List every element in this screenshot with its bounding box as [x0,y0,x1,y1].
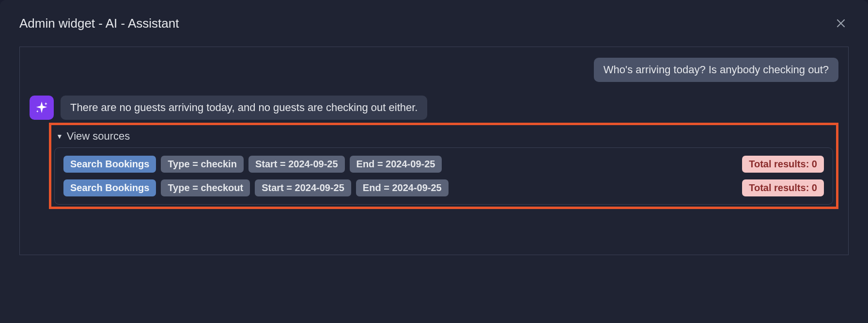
source-row-left: Search Bookings Type = checkin Start = 2… [63,156,737,173]
modal-header: Admin widget - AI - Assistant [0,0,868,47]
source-param-chip: Start = 2024-09-25 [248,156,345,173]
source-result-chip: Total results: 0 [742,156,824,173]
close-button[interactable] [833,16,849,31]
source-action-chip[interactable]: Search Bookings [63,156,156,173]
modal-title: Admin widget - AI - Assistant [19,16,179,31]
modal-body: Who's arriving today? Is anybody checkin… [0,47,868,255]
chat-container: Who's arriving today? Is anybody checkin… [19,47,849,255]
source-result-chip: Total results: 0 [742,179,824,196]
close-icon [835,17,847,29]
sources-panel: Search Bookings Type = checkin Start = 2… [54,147,833,205]
sparkle-icon [34,100,49,115]
disclosure-triangle-icon: ▼ [56,132,63,140]
source-action-chip[interactable]: Search Bookings [63,179,156,196]
source-param-chip: End = 2024-09-25 [356,179,449,196]
source-param-chip: Type = checkin [161,156,243,173]
view-sources-toggle[interactable]: ▼ View sources [54,127,833,147]
source-row-left: Search Bookings Type = checkout Start = … [63,179,737,196]
user-message: Who's arriving today? Is anybody checkin… [594,58,838,82]
highlight-annotation: ▼ View sources Search Bookings Type = ch… [49,123,838,209]
source-row: Search Bookings Type = checkin Start = 2… [63,156,824,173]
view-sources-label: View sources [67,130,130,143]
source-row: Search Bookings Type = checkout Start = … [63,179,824,196]
modal: Admin widget - AI - Assistant Who's arri… [0,0,868,323]
source-param-chip: Start = 2024-09-25 [255,179,351,196]
assistant-content: There are no guests arriving today, and … [61,96,838,123]
source-param-chip: End = 2024-09-25 [350,156,442,173]
user-message-row: Who's arriving today? Is anybody checkin… [30,58,838,82]
assistant-row: There are no guests arriving today, and … [30,96,838,123]
source-param-chip: Type = checkout [161,179,250,196]
assistant-message: There are no guests arriving today, and … [61,96,427,120]
assistant-avatar [30,96,54,120]
